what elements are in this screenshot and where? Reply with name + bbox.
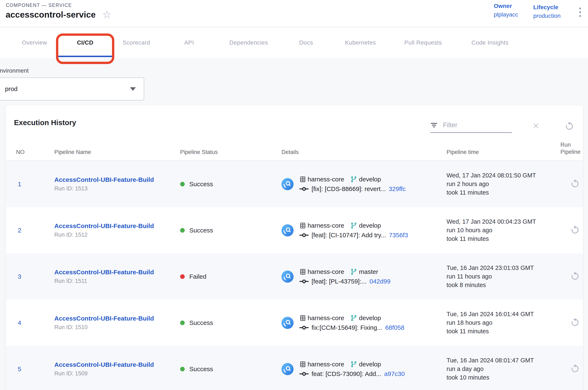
branch-name: develop xyxy=(359,176,381,183)
commit-hash-link[interactable]: a97c30 xyxy=(384,370,405,378)
commit-hash-link[interactable]: 042d99 xyxy=(370,278,391,285)
pipeline-time-cell: Wed, 17 Jan 2024 00:04:23 GMT run 10 hou… xyxy=(447,217,541,243)
pipeline-time-cell: Wed, 17 Jan 2024 08:01:50 GMT run 2 hour… xyxy=(447,171,541,197)
pipeline-status-cell: Success xyxy=(180,181,281,188)
row-number: 1 xyxy=(16,181,54,188)
clear-filter-icon[interactable] xyxy=(532,122,540,130)
refresh-table-icon[interactable] xyxy=(565,121,574,131)
time-took: took 11 minutes xyxy=(447,235,541,243)
status-label: Failed xyxy=(189,273,206,280)
branch-name: master xyxy=(359,268,378,275)
run-id: Run ID: 1510 xyxy=(54,324,180,331)
time-ago: run 10 hours ago xyxy=(447,226,541,235)
run-pipeline-button[interactable] xyxy=(570,364,580,374)
status-dot xyxy=(180,228,185,233)
repository-name: harness-core xyxy=(308,314,344,322)
harness-ci-icon xyxy=(281,363,294,375)
commit-hash-link[interactable]: 68f058 xyxy=(385,324,404,331)
environment-selected-value: prod xyxy=(5,85,18,93)
commit-hash-link[interactable]: 7356f3 xyxy=(389,232,408,239)
pipeline-time-cell: Tue, 16 Jan 2024 16:01:44 GMT run 18 hou… xyxy=(447,310,541,336)
tab-docs[interactable]: Docs xyxy=(282,27,330,58)
tab-pull-requests[interactable]: Pull Requests xyxy=(391,27,456,58)
time-date: Tue, 16 Jan 2024 16:01:44 GMT xyxy=(447,310,541,318)
pipeline-status-cell: Success xyxy=(180,319,281,326)
chevron-down-icon xyxy=(130,87,136,91)
commit-message: [feat]: [CI-10747]: Add try... xyxy=(312,232,386,239)
commit-hash-link[interactable]: 329ffc xyxy=(389,185,406,193)
column-header-pipeline-status: Pipeline Status xyxy=(180,149,281,155)
repository-icon xyxy=(299,222,306,229)
pipeline-name-link[interactable]: AccessControl-UBI-Feature-Build xyxy=(54,222,180,230)
time-date: Wed, 17 Jan 2024 08:01:50 GMT xyxy=(447,171,541,180)
pipeline-name-link[interactable]: AccessControl-UBI-Feature-Build xyxy=(54,176,180,183)
tab-overview[interactable]: Overview xyxy=(8,27,61,58)
lifecycle-label: Lifecycle xyxy=(533,3,561,12)
pipeline-status-cell: Failed xyxy=(180,273,281,280)
run-pipeline-cell xyxy=(541,364,583,374)
filter-toolbar xyxy=(431,121,578,133)
repository-icon xyxy=(299,176,306,183)
git-commit-icon xyxy=(299,279,309,284)
tab-dependencies[interactable]: Dependencies xyxy=(215,27,282,58)
git-branch-icon xyxy=(351,176,357,183)
row-number: 2 xyxy=(16,227,54,234)
details-cell: harness-core develop [feat]: [CI-10747]:… xyxy=(281,221,447,240)
filter-field xyxy=(431,121,512,133)
run-pipeline-button[interactable] xyxy=(570,318,580,327)
run-pipeline-button[interactable] xyxy=(570,271,580,281)
harness-ci-icon xyxy=(281,224,294,237)
column-header-no: NO xyxy=(16,149,54,155)
tabs: Overview CI/CD Scorecard API Dependencie… xyxy=(0,27,588,58)
tab-code-insights[interactable]: Code Insights xyxy=(456,27,524,58)
repository-name: harness-core xyxy=(308,222,344,229)
breadcrumb: COMPONENT — SERVICE xyxy=(6,2,72,8)
tab-api[interactable]: API xyxy=(163,27,215,58)
status-dot xyxy=(180,367,185,371)
column-header-run-pipeline: Run Pipeline xyxy=(541,141,583,155)
table-row-5: 5 AccessControl-UBI-Feature-Build Run ID… xyxy=(6,346,583,390)
column-header-details: Details xyxy=(281,149,447,155)
git-commit-icon xyxy=(299,186,309,192)
kebab-menu-button[interactable] xyxy=(578,7,582,18)
pipeline-name-cell: AccessControl-UBI-Feature-Build Run ID: … xyxy=(54,222,180,238)
page-title: accesscontrol-service xyxy=(6,10,96,20)
owner-value-link[interactable]: plplayacc xyxy=(494,10,518,19)
filter-input[interactable] xyxy=(443,121,512,129)
git-branch-icon xyxy=(351,222,357,229)
environment-section: Environment prod Execution History xyxy=(0,58,588,390)
tab-ci-cd[interactable]: CI/CD xyxy=(61,27,110,58)
favorite-star-icon[interactable]: ☆ xyxy=(102,10,111,20)
tab-kubernetes[interactable]: Kubernetes xyxy=(330,27,391,58)
active-tab-underline xyxy=(57,56,113,57)
details-cell: harness-core develop feat: [CDS-73090]: … xyxy=(281,359,447,379)
status-label: Success xyxy=(189,319,213,326)
time-took: took 10 minutes xyxy=(447,373,541,382)
time-took: took 8 minutes xyxy=(447,281,541,289)
pipeline-status-cell: Success xyxy=(180,366,281,373)
repository-name: harness-core xyxy=(308,361,344,368)
run-id: Run ID: 1513 xyxy=(54,185,180,192)
run-id: Run ID: 1511 xyxy=(54,278,180,284)
pipeline-time-cell: Tue, 16 Jan 2024 08:01:47 GMT run a day … xyxy=(447,356,541,382)
time-date: Wed, 17 Jan 2024 00:04:23 GMT xyxy=(447,217,541,226)
tab-scorecard[interactable]: Scorecard xyxy=(110,27,163,58)
pipeline-name-link[interactable]: AccessControl-UBI-Feature-Build xyxy=(54,361,180,368)
run-pipeline-button[interactable] xyxy=(570,225,580,235)
environment-select[interactable]: prod xyxy=(0,77,144,100)
run-pipeline-button[interactable] xyxy=(570,179,580,189)
details-cell: harness-core develop fix:[CCM-15649]: Fi… xyxy=(281,313,447,333)
commit-message: fix:[CCM-15649]: Fixing... xyxy=(312,324,382,331)
lifecycle-meta: Lifecycle production xyxy=(533,3,561,20)
repository-icon xyxy=(299,268,306,275)
commit-message: [fix]: [CDS-88669]: revert... xyxy=(312,185,386,193)
pipeline-name-link[interactable]: AccessControl-UBI-Feature-Build xyxy=(54,315,180,322)
pipeline-name-link[interactable]: AccessControl-UBI-Feature-Build xyxy=(54,269,180,276)
time-ago: run 11 hours ago xyxy=(447,272,541,281)
git-branch-icon xyxy=(351,315,357,321)
row-number: 5 xyxy=(16,366,54,373)
run-pipeline-cell xyxy=(541,318,583,328)
status-dot xyxy=(180,274,185,279)
run-id: Run ID: 1512 xyxy=(54,232,180,238)
time-ago: run 18 hours ago xyxy=(447,318,541,327)
